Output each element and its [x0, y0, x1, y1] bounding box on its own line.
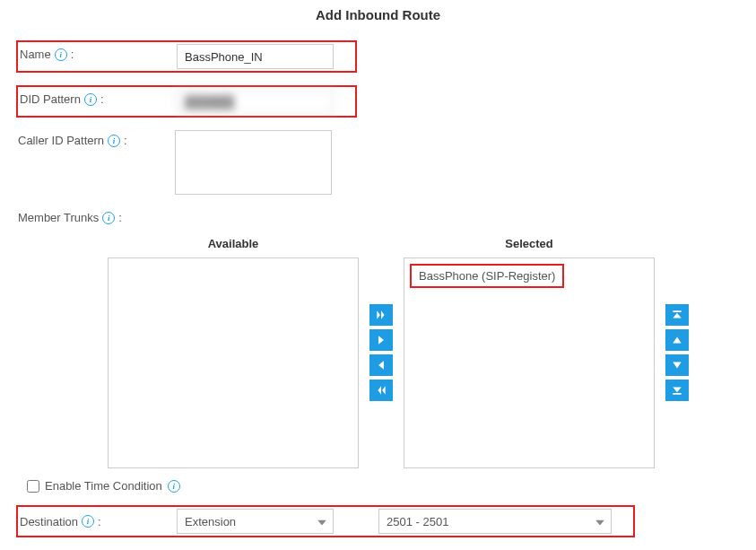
name-label-cell: Name i : — [20, 44, 177, 61]
move-down-button[interactable] — [665, 354, 689, 376]
info-icon[interactable]: i — [82, 515, 94, 528]
member-trunks-transfer: Available Selected BassPhone (SIP-Regist… — [108, 237, 738, 468]
destination-target-select[interactable]: 2501 - 2501 — [378, 509, 612, 534]
available-column: Available — [108, 237, 359, 468]
page-title: Add Inbound Route — [18, 7, 738, 22]
move-top-button[interactable] — [665, 304, 689, 326]
move-all-left-button[interactable] — [369, 380, 393, 401]
did-pattern-label-cell: DID Pattern i : — [20, 89, 177, 106]
did-pattern-input[interactable]: ██████ — [177, 89, 334, 114]
destination-row: Destination i : Extension 2501 - 2501 — [16, 505, 635, 537]
move-buttons — [369, 304, 393, 401]
destination-type-select[interactable]: Extension — [177, 509, 334, 534]
enable-time-condition-label: Enable Time Condition — [45, 479, 162, 493]
move-bottom-button[interactable] — [665, 380, 689, 401]
caller-id-pattern-input[interactable] — [175, 130, 332, 195]
move-right-button[interactable] — [369, 329, 393, 351]
destination-label: Destination — [20, 515, 78, 528]
order-buttons — [665, 304, 689, 401]
name-input[interactable] — [177, 44, 334, 69]
info-icon[interactable]: i — [84, 93, 97, 106]
info-icon[interactable]: i — [168, 480, 180, 493]
name-label: Name — [20, 48, 51, 61]
available-list[interactable] — [108, 258, 359, 468]
destination-target-value: 2501 - 2501 — [387, 515, 448, 528]
caller-id-pattern-label: Caller ID Pattern — [18, 134, 104, 147]
move-up-button[interactable] — [665, 329, 689, 351]
info-icon[interactable]: i — [108, 135, 120, 147]
destination-type-value: Extension — [185, 515, 236, 528]
available-header: Available — [108, 237, 359, 250]
move-left-button[interactable] — [369, 354, 393, 376]
list-item[interactable]: BassPhone (SIP-Register) — [410, 264, 564, 288]
selected-list[interactable]: BassPhone (SIP-Register) — [404, 258, 655, 468]
info-icon[interactable]: i — [102, 212, 115, 224]
enable-time-condition-row: Enable Time Condition i — [27, 479, 738, 493]
info-icon[interactable]: i — [55, 48, 67, 61]
destination-label-cell: Destination i : — [20, 515, 177, 528]
member-trunks-label: Member Trunks — [18, 211, 99, 224]
member-trunks-label-cell: Member Trunks i : — [18, 207, 122, 224]
caller-id-pattern-label-cell: Caller ID Pattern i : — [18, 130, 175, 147]
did-pattern-label: DID Pattern — [20, 92, 81, 106]
move-all-right-button[interactable] — [369, 304, 393, 326]
enable-time-condition-checkbox[interactable] — [27, 480, 39, 493]
selected-header: Selected — [404, 237, 655, 250]
selected-column: Selected BassPhone (SIP-Register) — [404, 237, 655, 468]
